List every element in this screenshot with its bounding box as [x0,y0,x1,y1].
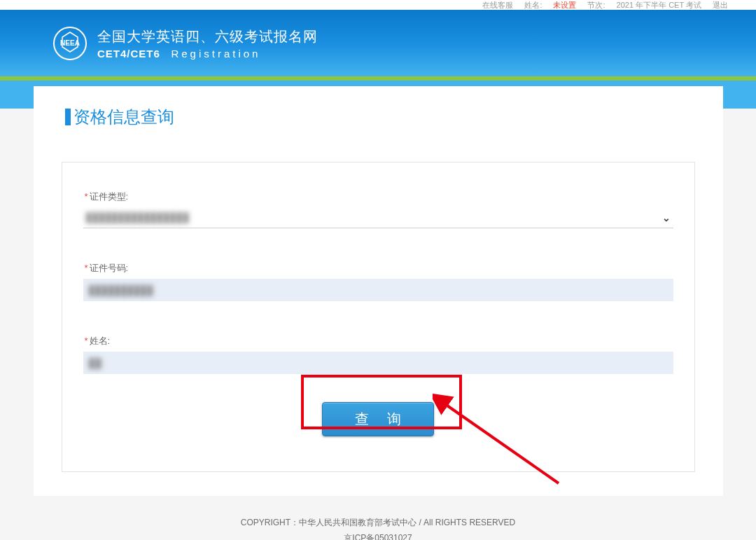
main-card: 资格信息查询 *证件类型: ████████████████ ⌄ *证件号码: [34,86,723,496]
id-type-label: *证件类型: [83,191,673,203]
id-type-group: *证件类型: ████████████████ ⌄ [83,191,673,228]
online-service-link[interactable]: 在线客服 [482,0,513,11]
name-value: ██ [89,358,102,368]
id-number-value: ██████████ [89,285,153,296]
footer-icp: 京ICP备05031027 [0,531,756,540]
logout-link[interactable]: 退出 [713,0,728,11]
site-title-en-left: CET4/CET6 [97,48,160,60]
name-value: 未设置 [553,0,576,11]
page-footer: COPYRIGHT：中华人民共和国教育部考试中心 / All RIGHTS RE… [0,515,756,540]
site-title-cn: 全国大学英语四、六级考试报名网 [97,27,318,46]
page-title: 资格信息查询 [65,106,695,128]
session-label: 节次: [587,0,605,11]
name-label: *姓名: [83,335,673,347]
header-banner: NEEA 全国大学英语四、六级考试报名网 CET4/CET6 Registrat… [0,10,756,76]
svg-text:NEEA: NEEA [60,39,80,47]
name-input[interactable]: ██ [83,352,673,374]
name-group: *姓名: ██ [83,335,673,374]
form-container: *证件类型: ████████████████ ⌄ *证件号码: ███████… [62,162,695,472]
session-value: 2021 年下半年 CET 考试 [617,0,701,11]
id-type-value: ████████████████ [86,212,189,223]
site-title-en-right: Registration [171,48,260,60]
chevron-down-icon: ⌄ [662,212,671,223]
top-utility-bar: 在线客服 姓名: 未设置 节次: 2021 年下半年 CET 考试 退出 [0,0,756,10]
site-logo-icon: NEEA [52,26,88,61]
footer-copyright: COPYRIGHT：中华人民共和国教育部考试中心 / All RIGHTS RE… [0,515,756,531]
query-button[interactable]: 查询 [322,402,434,436]
id-number-group: *证件号码: ██████████ [83,262,673,301]
id-number-label: *证件号码: [83,262,673,275]
id-number-input[interactable]: ██████████ [83,279,673,301]
id-type-select[interactable]: ████████████████ ⌄ [83,207,673,228]
name-label: 姓名: [524,0,542,11]
